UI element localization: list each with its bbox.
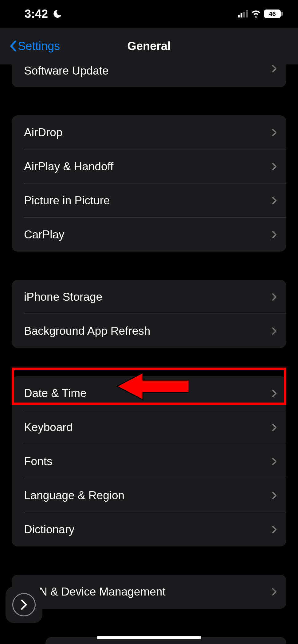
wifi-icon: [251, 10, 261, 17]
back-label: Settings: [18, 40, 60, 53]
chevron-right-icon: [272, 491, 277, 500]
page-title: General: [127, 40, 171, 53]
settings-group: Software Update: [12, 64, 286, 87]
row-label: Dictionary: [24, 523, 272, 536]
row-software-update[interactable]: Software Update: [12, 64, 286, 87]
row-airdrop[interactable]: AirDrop: [12, 115, 286, 149]
chevron-right-icon: [272, 457, 277, 466]
settings-group: VPN & Device Management: [12, 575, 286, 609]
row-vpn-device-management[interactable]: VPN & Device Management: [12, 575, 286, 609]
row-label: Date & Time: [24, 387, 272, 400]
chevron-right-icon: [272, 525, 277, 534]
row-background-app-refresh[interactable]: Background App Refresh: [12, 314, 286, 348]
chevron-right-icon: [272, 230, 277, 239]
back-button[interactable]: Settings: [9, 40, 60, 53]
row-label: Fonts: [24, 455, 272, 468]
chevron-right-icon: [272, 588, 277, 596]
row-date-time[interactable]: Date & Time: [12, 376, 286, 410]
row-label: Picture in Picture: [24, 194, 272, 207]
chevron-right-icon: [272, 196, 277, 205]
row-language-region[interactable]: Language & Region: [12, 478, 286, 512]
row-label: Software Update: [24, 64, 272, 77]
chevron-right-icon: [272, 128, 277, 137]
chevron-right-icon: [12, 593, 36, 616]
battery-level: 46: [264, 10, 281, 18]
content: Software Update AirDrop AirPlay & Handof…: [0, 64, 298, 644]
chevron-right-icon: [272, 64, 277, 73]
home-indicator[interactable]: [97, 636, 201, 639]
chevron-left-icon: [9, 40, 18, 52]
row-label: Language & Region: [24, 489, 272, 502]
status-bar: 3:42 46: [0, 0, 298, 28]
status-time: 3:42: [25, 7, 48, 21]
chevron-right-icon: [272, 162, 277, 171]
chevron-right-icon: [272, 327, 277, 335]
settings-group: AirDrop AirPlay & Handoff Picture in Pic…: [12, 115, 286, 252]
chevron-right-icon: [272, 389, 277, 398]
row-label: iPhone Storage: [24, 291, 272, 303]
nav-bar: Settings General: [0, 28, 298, 64]
row-label: Keyboard: [24, 421, 272, 434]
row-label: VPN & Device Management: [24, 585, 272, 598]
row-label: Background App Refresh: [24, 325, 272, 337]
floating-next-button[interactable]: [6, 586, 42, 623]
row-label: CarPlay: [24, 228, 272, 241]
status-right: 46: [238, 10, 283, 18]
row-picture-in-picture[interactable]: Picture in Picture: [12, 183, 286, 218]
settings-group: Date & Time Keyboard Fonts Language & Re…: [12, 376, 286, 546]
cellular-icon: [238, 10, 248, 17]
row-label: AirPlay & Handoff: [24, 160, 272, 173]
row-carplay[interactable]: CarPlay: [12, 218, 286, 252]
row-fonts[interactable]: Fonts: [12, 444, 286, 478]
row-iphone-storage[interactable]: iPhone Storage: [12, 280, 286, 314]
row-dictionary[interactable]: Dictionary: [12, 512, 286, 546]
row-label: AirDrop: [24, 126, 272, 139]
row-airplay-handoff[interactable]: AirPlay & Handoff: [12, 149, 286, 183]
moon-icon: [53, 9, 62, 18]
battery-icon: 46: [264, 10, 283, 18]
settings-group: iPhone Storage Background App Refresh: [12, 280, 286, 348]
status-left: 3:42: [25, 7, 62, 21]
row-keyboard[interactable]: Keyboard: [12, 410, 286, 444]
chevron-right-icon: [272, 423, 277, 432]
chevron-right-icon: [272, 293, 277, 301]
